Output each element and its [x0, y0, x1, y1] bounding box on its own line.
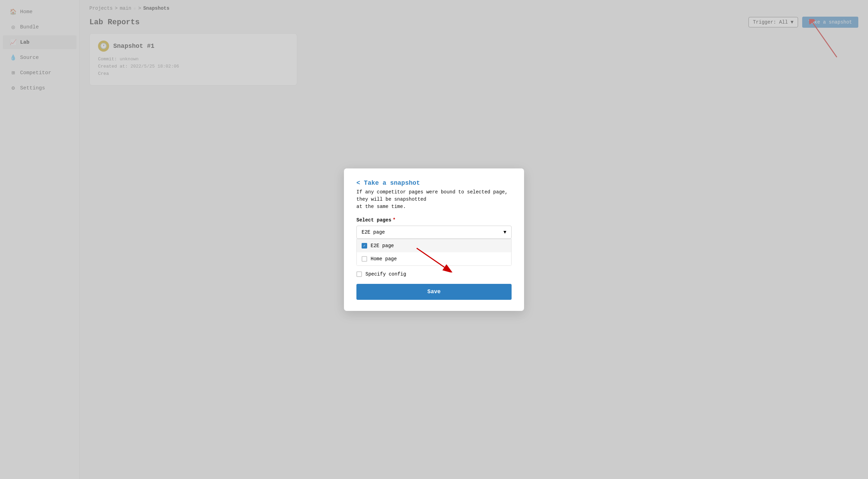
modal-back-button[interactable]: < Take a snapshot	[356, 180, 512, 186]
modal-overlay[interactable]: < Take a snapshot If any competitor page…	[0, 0, 868, 479]
save-button[interactable]: Save	[356, 284, 512, 300]
required-star: *	[393, 217, 396, 223]
specify-config-checkbox[interactable]	[356, 271, 362, 277]
e2e-checkbox[interactable]: ✓	[362, 243, 367, 249]
specify-config-label: Specify config	[365, 271, 406, 277]
modal-description: If any competitor pages were bound to se…	[356, 189, 512, 210]
modal-select-pages-label: Select pages *	[356, 217, 512, 223]
select-pages-dropdown[interactable]: E2E page ▼	[356, 226, 512, 239]
dropdown-value: E2E page	[362, 229, 385, 235]
home-option-label: Home page	[371, 256, 397, 262]
dropdown-options-list: ✓ E2E page Home page	[356, 239, 512, 266]
e2e-option-label: E2E page	[371, 243, 394, 249]
modal-title: < Take a snapshot	[356, 180, 420, 186]
modal: < Take a snapshot If any competitor page…	[344, 168, 524, 311]
home-checkbox[interactable]	[362, 256, 367, 262]
dropdown-chevron-icon: ▼	[504, 229, 506, 235]
dropdown-option-home[interactable]: Home page	[357, 252, 511, 265]
specify-config-row[interactable]: Specify config	[356, 271, 512, 277]
dropdown-option-e2e[interactable]: ✓ E2E page	[357, 239, 511, 252]
